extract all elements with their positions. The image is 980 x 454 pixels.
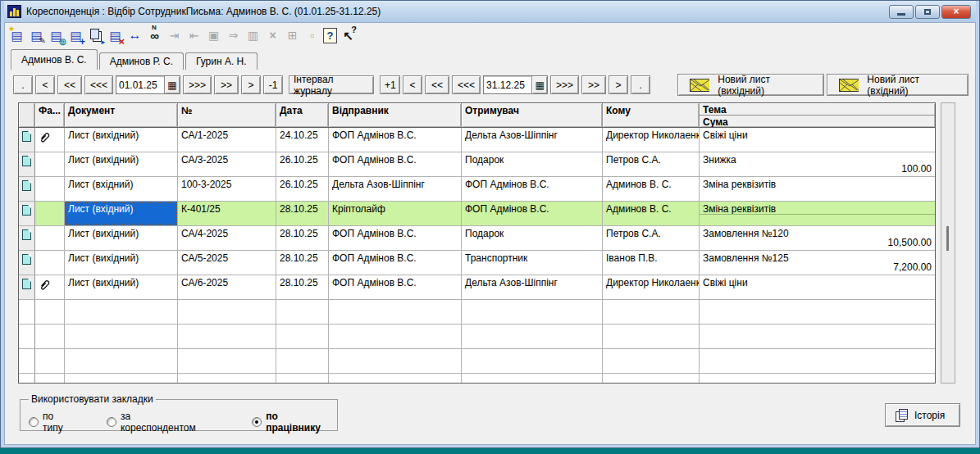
radio-by-type[interactable]: по типу [29, 411, 74, 434]
header-recipient[interactable]: Отримувач [462, 103, 603, 127]
cell-date[interactable]: 26.10.25 [276, 177, 329, 201]
tab-adminov-r-s[interactable]: Админов Р. С. [99, 52, 184, 70]
minus-one-button[interactable]: -1 [263, 75, 283, 94]
vertical-scrollbar[interactable] [941, 102, 955, 384]
cell-theme-sum[interactable]: Знижка100.00 [700, 152, 935, 176]
cell-sender[interactable]: ФОП Адмінов В.С. [329, 152, 462, 176]
cell-document[interactable]: Лист (вихідний) [65, 226, 178, 250]
from-next3-button[interactable]: >>> [183, 75, 212, 94]
cell-recipient[interactable]: Дельта Азов-Шіппінг [462, 128, 603, 152]
cell-number[interactable]: К-401/25 [178, 202, 276, 225]
interval-icon[interactable] [126, 27, 144, 44]
scrollbar-thumb[interactable] [946, 226, 949, 251]
cell-date[interactable]: 28.10.25 [276, 275, 329, 299]
header-date[interactable]: Дата [276, 103, 329, 127]
date-to-input[interactable] [484, 77, 531, 93]
close-button[interactable]: × [941, 5, 971, 19]
cell-to[interactable]: Админов В. С. [603, 202, 700, 225]
header-number[interactable]: № [178, 103, 276, 127]
help-icon[interactable] [323, 28, 337, 43]
cell-theme-sum[interactable]: Замовлення №1257,200.00 [700, 251, 935, 275]
cell-date[interactable]: 28.10.25 [276, 226, 329, 250]
cell-number[interactable]: 100-3-2025 [178, 177, 276, 201]
cell-recipient[interactable]: Подарок [462, 226, 603, 250]
to-next3-button[interactable]: >>> [550, 75, 579, 94]
cell-date[interactable]: 26.10.25 [276, 152, 329, 176]
from-prev3-button[interactable]: <<< [84, 75, 113, 94]
to-prev3-button[interactable]: <<< [452, 75, 481, 94]
to-prev2-button[interactable]: << [425, 75, 449, 94]
cell-to[interactable]: Директор Николаенко А. [603, 128, 700, 152]
from-next-button[interactable]: > [241, 75, 261, 94]
tab-adminov-v-s[interactable]: Админов В. С. [11, 49, 98, 70]
cell-number[interactable]: СА/6-2025 [178, 275, 276, 299]
cell-document[interactable]: Лист (вихідний) [65, 251, 178, 275]
find-icon[interactable] [146, 27, 163, 44]
edit-line-icon[interactable] [28, 27, 45, 44]
cell-recipient[interactable]: ФОП Адмінов В.С. [462, 202, 603, 225]
add-line-icon[interactable] [67, 27, 84, 44]
table-row[interactable]: Лист (вихідний) СА/5-2025 28.10.25 ФОП А… [19, 251, 935, 275]
calendar-icon[interactable] [531, 76, 547, 93]
cell-theme-sum[interactable]: Свіжі ціни [700, 275, 935, 299]
date-from-input[interactable] [116, 77, 164, 93]
cell-number[interactable]: СА/3-2025 [178, 152, 276, 176]
cell-theme-sum[interactable]: Свіжі ціни [700, 128, 935, 152]
cell-to[interactable]: Іванов П.В. [603, 251, 700, 275]
copy-line-icon[interactable] [87, 27, 104, 44]
tab-gurin-a-n[interactable]: Гурин А. Н. [185, 52, 258, 70]
header-sender[interactable]: Відправник [329, 103, 462, 127]
cell-to[interactable]: Директор Николаенко А. [603, 275, 700, 299]
header-attachment[interactable]: Фа... [35, 103, 65, 127]
context-help-icon[interactable] [340, 27, 357, 44]
from-dot-button[interactable]: . [13, 75, 33, 94]
cell-sender[interactable]: ФОП Адмінов В.С. [329, 275, 462, 299]
cell-document[interactable]: Лист (вхідний) [65, 177, 178, 201]
cell-to[interactable]: Петров С.А. [603, 226, 700, 250]
table-row-selected[interactable]: Лист (вхідний) К-401/25 28.10.25 Кріптол… [19, 202, 935, 226]
delete-line-icon[interactable] [107, 27, 124, 44]
new-line-icon[interactable] [8, 27, 25, 44]
to-prev-button[interactable]: < [403, 75, 422, 94]
cell-document[interactable]: Лист (вихідний) [65, 275, 178, 299]
cell-sender[interactable]: Дельта Азов-Шіппінг [329, 177, 462, 201]
new-incoming-letter-button[interactable]: Новий лист (вхідний) [827, 74, 969, 96]
from-prev2-button[interactable]: << [57, 75, 82, 94]
table-row[interactable]: Лист (вихідний) СА/3-2025 26.10.25 ФОП А… [19, 152, 935, 177]
table-row[interactable]: Лист (вихідний) СА/6-2025 28.10.25 ФОП А… [19, 275, 935, 300]
history-button[interactable]: Історія [885, 403, 960, 427]
cell-theme-sum[interactable]: Зміна реквізитів [700, 177, 935, 201]
header-icon-column[interactable] [19, 103, 35, 127]
cell-sender[interactable]: Кріптолайф [329, 202, 462, 225]
journal-interval-button[interactable]: Інтервал журналу [289, 75, 374, 94]
header-document[interactable]: Документ [65, 103, 178, 127]
cell-recipient[interactable]: ФОП Адмінов В.С. [462, 177, 603, 201]
view-line-icon[interactable] [48, 27, 65, 44]
cell-date[interactable]: 28.10.25 [276, 251, 329, 275]
calendar-icon[interactable] [164, 76, 180, 93]
plus-one-button[interactable]: +1 [380, 75, 400, 94]
new-outgoing-letter-button[interactable]: Новий лист (вихідний) [677, 74, 824, 96]
cell-number[interactable]: СА/5-2025 [178, 251, 276, 275]
cell-recipient[interactable]: Транспортник [462, 251, 603, 275]
cell-to[interactable]: Петров С.А. [603, 152, 700, 176]
cell-date[interactable]: 28.10.25 [276, 202, 329, 225]
table-row[interactable]: Лист (вихідний) СА/4-2025 28.10.25 ФОП А… [19, 226, 935, 251]
to-next-button[interactable]: > [609, 75, 628, 94]
cell-number[interactable]: СА/1-2025 [178, 128, 276, 152]
radio-by-correspondent[interactable]: за кореспондентом [107, 411, 203, 434]
table-row[interactable]: Лист (вхідний) 100-3-2025 26.10.25 Дельт… [19, 177, 935, 202]
cell-theme-sum[interactable]: Замовлення №12010,500.00 [700, 226, 935, 250]
cell-sender[interactable]: ФОП Адмінов В.С. [329, 251, 462, 275]
header-theme-sum[interactable]: Тема Сума [700, 103, 935, 127]
radio-by-employee[interactable]: по працівнику [252, 411, 330, 434]
cell-theme-sum[interactable]: Зміна реквізитів [700, 202, 935, 225]
to-dot-button[interactable]: . [631, 75, 650, 94]
cell-document[interactable]: Лист (вихідний) [65, 152, 178, 176]
header-to[interactable]: Кому [603, 103, 700, 127]
from-prev-button[interactable]: < [35, 75, 55, 94]
table-row[interactable]: Лист (вихідний) СА/1-2025 24.10.25 ФОП А… [19, 128, 935, 152]
cell-date[interactable]: 24.10.25 [276, 128, 329, 152]
cell-sender[interactable]: ФОП Адмінов В.С. [329, 128, 462, 152]
cell-document-selected[interactable]: Лист (вхідний) [65, 202, 178, 225]
